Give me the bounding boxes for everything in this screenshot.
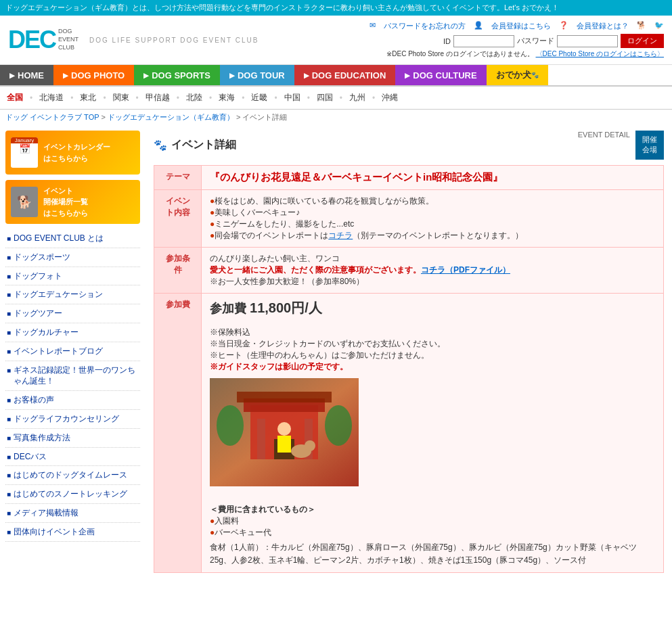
includes-2: ●バーベキュー代 — [210, 527, 655, 538]
logo-dec: DEC — [8, 26, 55, 54]
photo-store-link[interactable]: 〈DEC Photo Store のログインはこちら〉 — [536, 50, 664, 57]
sidebar-item-tour[interactable]: ■ドッグツアー — [5, 304, 140, 323]
register-icon: 👤 — [474, 21, 483, 31]
bullet-4: ●同会場でのイベントレポートはコチラ（別テーマのイベントレポートとなります。） — [210, 230, 655, 241]
sidebar-item-group[interactable]: ■団体向けイベント企画 — [5, 523, 140, 542]
breadcrumb: ドッグ イベントクラブ TOP > ドッグエデュケーション（ギム教育） > イベ… — [0, 110, 672, 125]
breadcrumb-education[interactable]: ドッグエデュケーション（ギム教育） — [108, 113, 234, 121]
sidebar-item-report-blog[interactable]: ■イベントレポートブログ — [5, 342, 140, 361]
nav-dog-sports[interactable]: ▶DOG SPORTS — [134, 65, 220, 85]
fee-note1: ※保険料込 — [210, 327, 655, 338]
svg-rect-8 — [277, 436, 291, 453]
region-shikoku[interactable]: 四国 — [310, 91, 340, 105]
fee-label: 参加費 — [154, 293, 202, 572]
calendar-banner[interactable]: January 📅 イベントカレンダーはこちらから — [5, 131, 140, 175]
content-title: 🐾 イベント詳細 — [154, 138, 236, 152]
sidebar-item-culture[interactable]: ■ドッグカルチャー — [5, 323, 140, 342]
nav-dog-photo[interactable]: ▶DOG PHOTO — [53, 65, 134, 85]
table-row-participation: 参加条件 のんびり楽しみたい飼い主、ワンコ 愛犬と一緒にご入園、ただく際の注意事… — [154, 247, 664, 293]
includes-title: ＜費用に含まれているもの＞ — [210, 504, 655, 515]
region-tokai[interactable]: 東海 — [212, 91, 242, 105]
table-row-fee: 参加費 参加費 11,800円/人 ※保険料込 ※当日現金・クレジットカードのい… — [154, 293, 664, 572]
region-koshinetsu[interactable]: 甲信越 — [139, 91, 177, 105]
region-tohoku[interactable]: 東北 — [73, 91, 103, 105]
region-okinawa[interactable]: 沖縄 — [375, 91, 405, 105]
login-button[interactable]: ログイン — [621, 34, 664, 48]
sidebar-item-dec-bus[interactable]: ■DECバス — [5, 448, 140, 467]
event-content-cell: ●桜をはじめ、園内に咲いている春の花を観賞しながら散策。 ●美味しくバーベキュー… — [202, 189, 664, 247]
region-all[interactable]: 全国 — [0, 91, 30, 105]
svg-point-11 — [217, 405, 244, 446]
calendar-banner-text: イベントカレンダーはこちらから — [43, 141, 110, 164]
register-link[interactable]: 会員登録はこちら — [491, 21, 551, 31]
svg-rect-3 — [237, 392, 332, 402]
id-input[interactable] — [453, 35, 514, 47]
fee-note2: ※当日現金・クレジットカードのいずれかでお支払いください。 — [210, 338, 655, 350]
header-right: ✉ パスワードをお忘れの方 👤 会員登録はこちら ❓ 会員登録とは？ 🐕 🐦 I… — [369, 21, 664, 59]
breadcrumb-current: イベント詳細 — [242, 113, 287, 121]
nav-dog-culture[interactable]: ▶DOG CULTURE — [395, 65, 486, 85]
fee-note3: ※ヒート（生理中のわんちゃん）はご参加いただけません。 — [210, 350, 655, 361]
pdf-link[interactable]: コチラ（PDFファイル） — [421, 265, 510, 275]
about-link[interactable]: 会員登録とは？ — [577, 21, 629, 31]
password-label: パスワード — [517, 36, 554, 46]
includes-1: ●入園料 — [210, 515, 655, 527]
sidebar-item-snow-trek[interactable]: ■はじめてのスノートレッキング — [5, 485, 140, 504]
main-nav: ▶HOME ▶DOG PHOTO ▶DOG SPORTS ▶DOG TOUR ▶… — [0, 65, 672, 87]
sidebar-item-sports[interactable]: ■ドッグスポーツ — [5, 248, 140, 267]
sidebar-menu: ■DOG EVENT CLUB とは ■ドッグスポーツ ■ドッグフォト ■ドッグ… — [5, 229, 140, 542]
sidebar: January 📅 イベントカレンダーはこちらから 🐕 イベント開催場所一覧はこ… — [0, 125, 145, 578]
nav-odekaken[interactable]: おでか犬 🐾 — [487, 65, 548, 85]
site-subtitle: DOG LIFE SUPPORT DOG EVENT CLUB — [89, 37, 259, 44]
venue-banner[interactable]: 🐕 イベント開催場所一覧はこちらから — [5, 180, 140, 224]
sidebar-item-voice[interactable]: ■お客様の声 — [5, 391, 140, 410]
kaikai-button[interactable]: 開催会場 — [635, 131, 664, 160]
svg-point-10 — [305, 440, 315, 451]
region-chugoku[interactable]: 中国 — [277, 91, 307, 105]
password-input[interactable] — [557, 35, 618, 47]
svg-rect-4 — [257, 419, 265, 459]
venue-banner-text: イベント開催場所一覧はこちらから — [43, 185, 88, 219]
main-layout: January 📅 イベントカレンダーはこちらから 🐕 イベント開催場所一覧はこ… — [0, 125, 672, 578]
region-kanto[interactable]: 関東 — [106, 91, 136, 105]
region-kyushu[interactable]: 九州 — [342, 91, 372, 105]
id-label: ID — [443, 37, 451, 45]
event-table: テーマ 『のんびりお花見遠足＆バーベキューイベントin昭和記念公園』 イベント内… — [154, 165, 664, 573]
region-hokuriku[interactable]: 北陸 — [179, 91, 209, 105]
region-hokkaido[interactable]: 北海道 — [32, 91, 70, 105]
sidebar-item-about[interactable]: ■DOG EVENT CLUB とは — [5, 229, 140, 248]
region-nav: 全国 • 北海道 • 東北 • 関東 • 甲信越 • 北陸 • 東海 • 近畿 … — [0, 87, 672, 110]
login-row: ID パスワード ログイン — [443, 34, 664, 48]
password-link[interactable]: パスワードをお忘れの方 — [384, 21, 466, 31]
region-kinki[interactable]: 近畿 — [244, 91, 274, 105]
sidebar-item-guinness[interactable]: ■ギネス記録認定！世界一のワンちゃん誕生！ — [5, 361, 140, 392]
sidebar-item-counseling[interactable]: ■ドッグライフカウンセリング — [5, 410, 140, 429]
sidebar-item-photobook[interactable]: ■写真集作成方法 — [5, 429, 140, 448]
bullet-3: ●ミニゲームをしたり、撮影をした...etc — [210, 218, 655, 230]
envelope-icon: ✉ — [369, 21, 376, 31]
breadcrumb-top[interactable]: ドッグ イベントクラブ TOP — [5, 113, 99, 121]
sidebar-item-media[interactable]: ■メディア掲載情報 — [5, 504, 140, 523]
nav-dog-education[interactable]: ▶DOG EDUCATION — [294, 65, 396, 85]
sidebar-item-education[interactable]: ■ドッグエデュケーション — [5, 285, 140, 304]
report-link[interactable]: コチラ — [328, 231, 353, 240]
nav-home[interactable]: ▶HOME — [0, 65, 53, 85]
theme-content: 『のんびりお花見遠足＆バーベキューイベントin昭和記念公園』 — [202, 165, 664, 189]
event-photo — [210, 378, 359, 486]
content-header: 🐾 イベント詳細 EVENT DETAIL 開催会場 — [154, 131, 664, 160]
header: DEC DOG EVENT CLUB DOG LIFE SUPPORT DOG … — [0, 16, 672, 65]
content-area: 🐾 イベント詳細 EVENT DETAIL 開催会場 テーマ 『のんびりお花見遠… — [145, 125, 672, 578]
participation-label: 参加条件 — [154, 247, 202, 293]
theme-text: 『のんびりお花見遠足＆バーベキューイベントin昭和記念公園』 — [210, 171, 503, 183]
fee-amount: 参加費 11,800円/人 — [210, 299, 655, 317]
table-row-content: イベント内容 ●桜をはじめ、園内に咲いている春の花を観賞しながら散策。 ●美味し… — [154, 189, 664, 247]
table-row-theme: テーマ 『のんびりお花見遠足＆バーベキューイベントin昭和記念公園』 — [154, 165, 664, 189]
event-photo-svg — [210, 378, 359, 486]
bullet-1: ●桜をはじめ、園内に咲いている春の花を観賞しながら散策。 — [210, 195, 655, 207]
nav-dog-tour[interactable]: ▶DOG TOUR — [220, 65, 294, 85]
photo-store-note: ※DEC Photo Store のログインではありません。 〈DEC Phot… — [386, 49, 664, 59]
sidebar-item-dog-race[interactable]: ■はじめてのドッグタイムレース — [5, 466, 140, 485]
participation-content: のんびり楽しみたい飼い主、ワンコ 愛犬と一緒にご入園、ただく際の注意事項がござい… — [202, 247, 664, 293]
logo-area: DEC DOG EVENT CLUB DOG LIFE SUPPORT DOG … — [8, 26, 259, 54]
sidebar-item-photo[interactable]: ■ドッグフォト — [5, 267, 140, 286]
